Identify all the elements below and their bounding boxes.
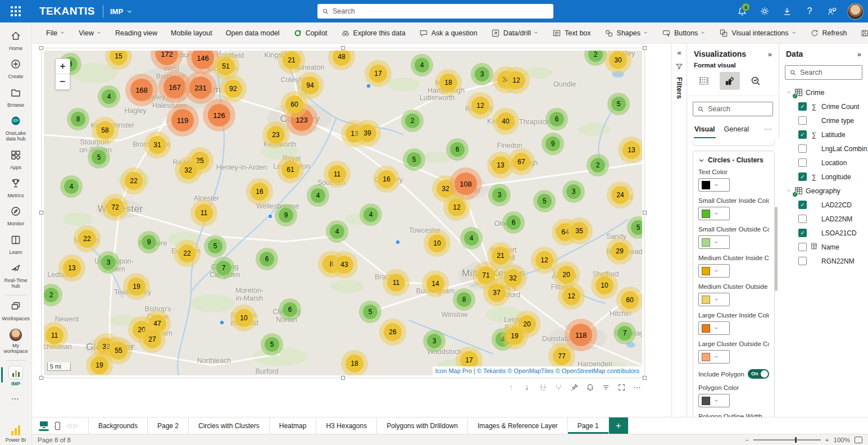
large-cluster-outside-col-picker[interactable] — [698, 350, 730, 364]
map-cluster[interactable]: 77 — [548, 343, 575, 370]
map-cluster[interactable]: 4 — [460, 227, 483, 249]
pin-visual-icon[interactable] — [569, 382, 579, 392]
field-lad22nm[interactable]: LAD22NM — [779, 212, 868, 226]
drill-mode-icon[interactable] — [553, 382, 563, 392]
resize-handle[interactable] — [39, 211, 43, 215]
map-cluster[interactable]: 67 — [508, 148, 535, 175]
map-cluster[interactable]: 6 — [502, 211, 525, 234]
map-cluster[interactable]: 12 — [443, 194, 470, 221]
checkbox-unchecked[interactable] — [798, 116, 807, 125]
page-tab-page-1[interactable]: Page 1 — [568, 417, 609, 434]
map-point[interactable] — [396, 240, 401, 245]
map-cluster[interactable]: 11 — [190, 199, 217, 226]
sidebar-item-create[interactable]: Create — [0, 55, 32, 83]
data-search-input[interactable]: Search — [785, 65, 862, 80]
map-cluster[interactable]: 16 — [373, 166, 400, 193]
map-cluster[interactable]: 23 — [262, 121, 289, 148]
large-cluster-inside-color-picker[interactable] — [698, 321, 730, 335]
sidebar-item-home[interactable]: Home — [0, 27, 32, 55]
field-rgn22nm[interactable]: RGN22NM — [779, 254, 868, 268]
map-cluster[interactable]: 92 — [220, 75, 247, 102]
field-name[interactable]: Name — [779, 240, 868, 254]
map-cluster[interactable]: 37 — [483, 279, 510, 306]
small-cluster-inside-color-picker[interactable] — [698, 207, 730, 220]
map-cluster[interactable]: 24 — [607, 181, 634, 208]
map-cluster[interactable]: 9 — [275, 204, 297, 226]
checkbox-unchecked[interactable] — [798, 158, 807, 167]
fit-to-page-icon[interactable] — [855, 437, 862, 443]
page-tab-images-reference-layer[interactable]: Images & Reference Layer — [468, 417, 568, 434]
map-cluster[interactable]: 29 — [606, 238, 633, 265]
app-launcher-icon[interactable] — [0, 0, 31, 22]
menu-view[interactable]: View — [72, 22, 108, 44]
map-cluster[interactable]: 6 — [256, 248, 278, 270]
map-cluster[interactable]: 12 — [503, 67, 530, 94]
map-cluster[interactable]: 3 — [471, 63, 493, 85]
resize-handle[interactable] — [643, 211, 647, 215]
map-cluster[interactable]: 10 — [230, 305, 257, 332]
resize-handle[interactable] — [39, 376, 43, 380]
map-cluster[interactable]: 61 — [277, 156, 304, 183]
menu-text-box[interactable]: Text box — [546, 22, 597, 44]
format-tab-more[interactable]: ⋯ — [764, 122, 772, 138]
menu-explore-this-data[interactable]: Explore this data — [335, 22, 412, 44]
sidebar-item-apps[interactable]: Apps — [0, 146, 32, 174]
format-tab-visual[interactable]: Visual — [694, 122, 716, 138]
medium-cluster-inside-c-picker[interactable] — [698, 264, 730, 278]
map-cluster[interactable]: 168 — [125, 74, 158, 106]
map-visual[interactable]: + − 5 mi Icon Map Pro | © Tekantis © Ope… — [44, 51, 642, 375]
checkbox-checked[interactable]: ✓ — [798, 201, 807, 209]
sidebar-item-workspaces[interactable]: Workspaces — [0, 297, 32, 325]
more-options-icon[interactable]: ⋯ — [632, 382, 642, 392]
map-zoom-out-button[interactable]: − — [56, 74, 70, 89]
menu-file[interactable]: File — [40, 22, 71, 44]
map-cluster[interactable]: 10 — [591, 272, 618, 299]
map-cluster[interactable]: 3 — [423, 330, 446, 352]
map-cluster[interactable]: 3 — [488, 184, 511, 206]
page-tab-polygons-with-drilldown[interactable]: Polygons with Drilldown — [377, 417, 468, 434]
icon-map-pro[interactable]: + − 5 mi Icon Map Pro | © Tekantis © Ope… — [44, 51, 642, 375]
page-tab-heatmap[interactable]: Heatmap — [270, 417, 317, 434]
build-visual-icon[interactable] — [694, 72, 714, 90]
filter-funnel-icon[interactable] — [675, 62, 683, 70]
resize-handle[interactable] — [643, 46, 647, 50]
map-cluster[interactable]: 5 — [204, 235, 226, 257]
checkbox-checked[interactable]: ✓ — [798, 229, 807, 237]
map-cluster[interactable]: 9 — [542, 133, 564, 155]
page-tab-h3-hexagons[interactable]: H3 Hexagons — [316, 417, 377, 434]
map-cluster[interactable]: 12 — [558, 283, 585, 310]
map-cluster[interactable]: 18 — [341, 350, 368, 375]
map-point[interactable] — [366, 84, 371, 89]
map-cluster[interactable]: 32 — [175, 157, 202, 184]
map-cluster[interactable]: 13 — [618, 137, 642, 164]
resize-handle[interactable] — [643, 376, 647, 380]
checkbox-checked[interactable]: ✓ — [798, 172, 807, 181]
report-canvas[interactable]: + − 5 mi Icon Map Pro | © Tekantis © Ope… — [32, 44, 671, 417]
map-cluster[interactable]: 5 — [607, 93, 630, 115]
sidebar-item-onelake-data-hub[interactable]: OneLake data hub — [0, 112, 32, 146]
map-cluster[interactable]: 22 — [120, 167, 147, 194]
map-cluster[interactable]: 4 — [411, 54, 433, 76]
map-cluster[interactable]: 40 — [492, 108, 519, 135]
map-cluster[interactable]: 5 — [403, 148, 425, 171]
map-cluster[interactable]: 4 — [307, 184, 329, 207]
menu-save[interactable]: Save — [854, 22, 868, 44]
map-cluster[interactable]: 39 — [354, 120, 381, 147]
map-cluster[interactable]: 5 — [359, 301, 381, 323]
checkbox-checked[interactable]: ✓ — [798, 102, 807, 111]
map-point[interactable] — [268, 214, 273, 219]
map-cluster[interactable]: 13 — [58, 255, 85, 281]
map-cluster[interactable]: 19 — [501, 323, 528, 349]
field-location[interactable]: Location — [779, 156, 868, 170]
filters-pane-title[interactable]: Filters — [675, 77, 684, 99]
map-cluster[interactable]: 4 — [60, 175, 83, 198]
sidebar-item-my-workspace[interactable]: My workspace — [0, 325, 32, 358]
map-cluster[interactable]: 12 — [467, 92, 494, 119]
map-cluster[interactable]: 7 — [212, 257, 235, 279]
collapse-pane-icon[interactable]: » — [857, 50, 861, 58]
format-search-input[interactable]: Search — [693, 102, 773, 116]
drill-down-icon[interactable]: ↓ — [522, 382, 532, 392]
sidebar-item-more[interactable]: ⋯ — [0, 390, 32, 407]
map-cluster[interactable]: 119 — [166, 104, 199, 137]
map-cluster[interactable]: 18 — [435, 69, 462, 96]
